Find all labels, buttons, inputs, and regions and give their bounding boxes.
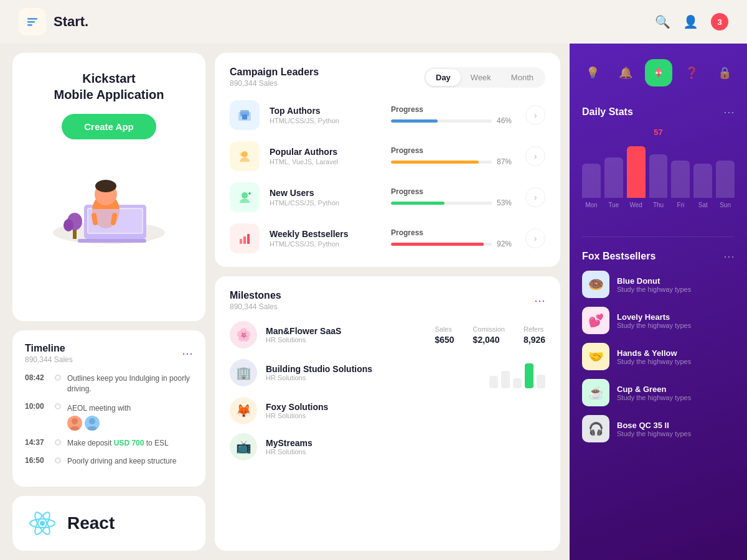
top-authors-chevron[interactable]: › [525,105,545,125]
hands-yellow-info: Hands & Yellow Study the highway types [617,348,735,365]
daily-stats-section: Daily Stats ⋯ 57 Mon [570,99,747,236]
campaign-subtitle: 890,344 Sales [230,79,319,88]
foxy-solutions-icon: 🦊 [230,397,257,424]
weekly-bestsellers-chevron[interactable]: › [525,228,545,248]
building-studio-info: Building Studio Solutions HR Solutions [266,364,481,381]
timeline-dots[interactable]: ⋯ [182,347,193,360]
chart-peak: 57 [582,126,735,138]
mystreams-icon: 📺 [230,433,257,460]
panel-icon-bell[interactable]: 🔔 [612,59,639,86]
bose-qc35-info: Bose QC 35 II Study the highway types [617,421,735,437]
user-icon[interactable]: 👤 [683,14,698,29]
svg-point-16 [72,418,78,424]
svg-point-18 [89,418,95,424]
building-studio-bars [489,357,545,388]
daily-stats-title: Daily Stats [582,106,633,118]
lovely-hearts-info: Lovely Hearts Study the highway types [617,312,735,329]
kickstart-card: Kickstart Mobile Application Create App [12,53,205,321]
filter-tab-month[interactable]: Month [501,69,543,86]
panel-divider [582,236,735,237]
svg-point-9 [95,180,116,192]
header: Start. 🔍 👤 3 [0,0,747,44]
daily-stats-header: Daily Stats ⋯ [582,105,735,119]
new-users-progress: Progress 53% [391,187,515,207]
avatar [85,416,100,431]
campaign-card: Campaign Leaders 890,344 Sales Day Week … [215,53,560,267]
svg-rect-1 [27,21,35,23]
svg-point-38 [659,72,662,74]
chart-bar-sun: Sun [716,146,735,208]
svg-rect-34 [247,234,250,244]
bestseller-blue-donut: 🍩 Blue Donut Study the highway types [582,271,735,298]
blue-donut-info: Blue Donut Study the highway types [617,276,735,293]
svg-rect-32 [240,239,242,244]
leader-row-top-authors: Top Authors HTML/CSS/JS, Python Progress… [230,100,545,130]
weekly-bestsellers-icon [230,223,260,253]
weekly-bestsellers-info: Weekly Bestsellers HTML/CSS/JS, Python [270,229,381,248]
svg-rect-0 [27,18,37,20]
bestseller-hands-yellow: 🤝 Hands & Yellow Study the highway types [582,343,735,370]
daily-stats-dots[interactable]: ⋯ [723,105,735,119]
svg-point-37 [655,72,658,74]
panel-icon-question[interactable]: ❓ [678,59,705,86]
left-column: Kickstart Mobile Application Create App [12,53,205,551]
react-label: React [67,513,115,533]
timeline-item: 10:00 AEOL meeting with [25,402,193,431]
avatar-row [67,416,131,431]
milestones-dots[interactable]: ⋯ [534,294,545,307]
manflower-stats: Sales $650 Comission $2,040 Refers 8,926 [435,325,545,345]
filter-tab-week[interactable]: Week [461,69,501,86]
chart-bar-wed: Wed [627,146,646,208]
new-users-icon [230,182,260,212]
svg-rect-6 [78,239,146,243]
search-icon[interactable]: 🔍 [655,14,670,29]
create-app-button[interactable]: Create App [62,114,156,139]
weekly-bestsellers-progress: Progress 92% [391,228,515,248]
foxy-solutions-info: Foxy Solutions HR Solutions [266,402,545,419]
new-users-chevron[interactable]: › [525,187,545,207]
top-authors-info: Top Authors HTML/CSS/JS, Python [270,106,381,124]
notification-badge[interactable]: 3 [711,13,728,30]
kickstart-title: Kickstart Mobile Application [54,70,164,103]
campaign-title: Campaign Leaders [230,67,319,78]
milestones-card: Milestones 890,344 Sales ⋯ 🌸 Man&Flower … [215,276,560,551]
timeline-subtitle: 890,344 Sales [25,355,73,364]
popular-authors-icon [230,141,260,171]
milestones-header: Milestones 890,344 Sales ⋯ [230,290,545,311]
right-panel: 💡 🔔 ❓ 🔒 Daily Stats ⋯ [570,44,747,560]
chart-bar-sat: Sat [693,146,712,208]
chart-bars: Mon Tue Wed Thu [582,140,735,227]
fox-bestsellers-dots[interactable]: ⋯ [723,250,735,263]
chart-bar-tue: Tue [604,146,623,208]
popular-authors-progress: Progress 87% [391,146,515,166]
content-area: Kickstart Mobile Application Create App [0,44,747,560]
react-logo [27,508,57,538]
panel-icon-fox[interactable] [645,59,672,86]
timeline-title: Timeline [25,343,73,354]
lovely-hearts-thumb: 💕 [582,307,609,334]
bestseller-cup-green: ☕ Cup & Green Study the highway types [582,379,735,406]
building-studio-icon: 🏢 [230,359,257,386]
react-card: React [12,496,205,551]
top-authors-icon [230,100,260,130]
milestones-subtitle: 890,344 Sales [230,302,281,311]
header-right: 🔍 👤 3 [655,13,728,30]
panel-icon-lock[interactable]: 🔒 [711,59,738,86]
manflower-info: Man&Flower SaaS HR Solutions [266,326,426,343]
timeline-list: 08:42 Outlines keep you Indulging in poo… [25,373,193,467]
kickstart-illustration [40,152,177,245]
hands-yellow-thumb: 🤝 [582,343,609,370]
chart-bar-mon: Mon [582,146,601,208]
manflower-icon: 🌸 [230,321,257,348]
bestseller-lovely-hearts: 💕 Lovely Hearts Study the highway types [582,307,735,334]
filter-tab-day[interactable]: Day [426,69,461,86]
new-users-info: New Users HTML/CSS/JS, Python [270,188,381,207]
chart-bar-thu: Thu [649,146,668,208]
chart-bar-fri: Fri [671,146,690,208]
top-authors-progress: Progress 46% [391,105,515,125]
panel-icon-bulb[interactable]: 💡 [579,59,606,86]
svg-point-20 [40,521,45,526]
popular-authors-chevron[interactable]: › [525,146,545,166]
leader-row-new-users: New Users HTML/CSS/JS, Python Progress 5… [230,182,545,212]
fox-bestsellers-header: Fox Bestsellers ⋯ [582,250,735,263]
